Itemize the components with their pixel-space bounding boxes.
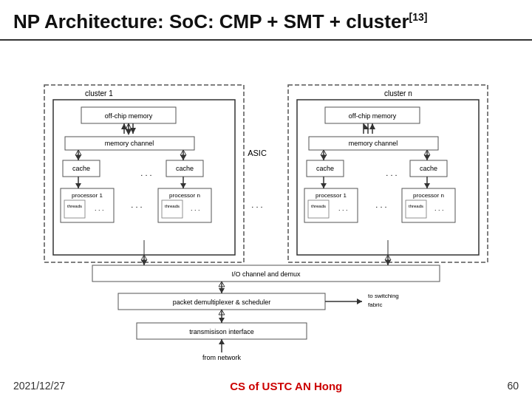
svg-text:threads: threads — [409, 204, 423, 208]
diagram-svg: ASIC . . . cluster 1 cluster n off-chip … — [22, 47, 510, 364]
svg-text:. . .: . . . — [375, 200, 386, 209]
footer-date: 2021/12/27 — [13, 380, 65, 392]
procn1-label: processor n — [169, 192, 200, 199]
memchannel2-label: memory channel — [349, 140, 398, 147]
offchip1-label: off-chip memory — [105, 112, 153, 120]
slide-title: NP Architecture: SoC: CMP + SMT + cluste… — [13, 10, 427, 33]
svg-text:. . .: . . . — [140, 168, 151, 177]
switching-label: to switching — [368, 293, 399, 299]
transmission-label: transmisison interface — [189, 328, 254, 335]
packet-demux-label: packet demultiplexer & scheduler — [173, 299, 271, 306]
from-network-label: from network — [202, 354, 242, 361]
footer-center: CS of USTC AN Hong — [230, 380, 342, 392]
cluster1-label: cluster 1 — [85, 89, 113, 98]
svg-text:. . .: . . . — [95, 205, 104, 212]
proc1n-label: processor 1 — [316, 192, 347, 199]
svg-text:. . .: . . . — [338, 205, 348, 212]
svg-text:threads: threads — [311, 204, 326, 208]
svg-text:. . .: . . . — [386, 168, 397, 177]
diagram-container: ASIC . . . cluster 1 cluster n off-chip … — [22, 47, 510, 364]
content-area: ASIC . . . cluster 1 cluster n off-chip … — [0, 41, 532, 372]
offchipn-label: off-chip memory — [349, 112, 397, 120]
asic-label: ASIC — [248, 149, 267, 157]
svg-text:. . .: . . . — [131, 200, 142, 209]
footer-page: 60 — [507, 380, 519, 392]
io-channel-label: I/O channel and demux — [231, 270, 301, 278]
svg-text:fabric: fabric — [368, 301, 383, 308]
title-main-text: NP Architecture: SoC: CMP + SMT + cluste… — [13, 10, 409, 33]
cache1-label: cache — [72, 165, 90, 172]
procnn-label: processor n — [413, 192, 444, 199]
svg-text:. . .: . . . — [251, 200, 262, 209]
title-ref: [13] — [409, 11, 428, 23]
cache3-label: cache — [316, 165, 334, 172]
cache4-label: cache — [420, 165, 437, 172]
slide: NP Architecture: SoC: CMP + SMT + cluste… — [0, 0, 532, 399]
title-bar: NP Architecture: SoC: CMP + SMT + cluste… — [0, 0, 532, 41]
proc1-label: processor 1 — [72, 192, 103, 199]
svg-text:threads: threads — [67, 204, 82, 208]
cache2-label: cache — [176, 165, 194, 172]
svg-text:. . .: . . . — [434, 205, 444, 212]
footer: 2021/12/27 CS of USTC AN Hong 60 — [0, 372, 532, 399]
memchannel1-label: memory channel — [105, 140, 154, 147]
svg-text:threads: threads — [165, 204, 180, 208]
clustern-label: cluster n — [384, 89, 412, 98]
svg-text:. . .: . . . — [191, 205, 200, 212]
